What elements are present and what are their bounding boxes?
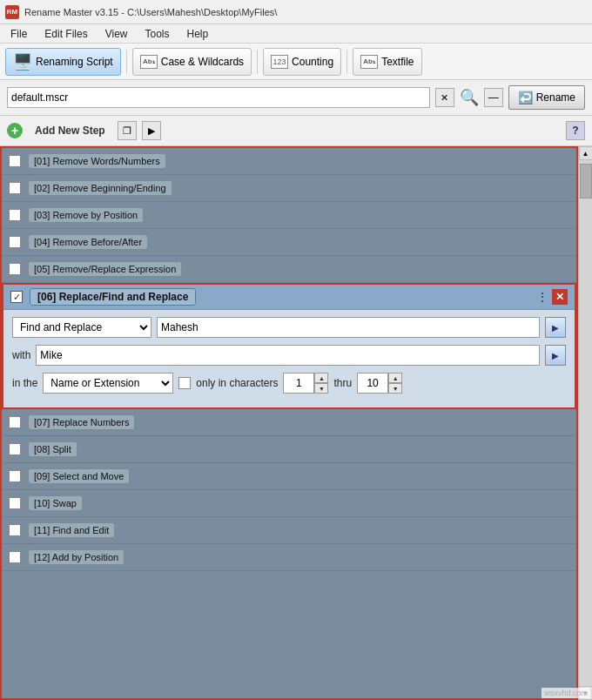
step-label-03: [03] Remove by Position <box>28 207 144 223</box>
replace-play-button[interactable]: ▶ <box>545 345 566 366</box>
step-checkbox-01[interactable] <box>9 155 21 167</box>
step-item-06[interactable]: ✓ [06] Replace/Find and Replace ⋮ ✕ Find… <box>2 283 576 409</box>
arrow-step-button[interactable]: ▶ <box>142 121 161 140</box>
step-checkbox-05[interactable] <box>9 263 21 275</box>
scroll-thumb[interactable] <box>580 164 592 199</box>
scroll-up-arrow[interactable]: ▲ <box>579 146 593 160</box>
only-chars-label: only in characters <box>196 377 278 389</box>
step-checkbox-06[interactable]: ✓ <box>10 291 23 303</box>
step-label-10: [10] Swap <box>28 495 83 511</box>
menu-file[interactable]: File <box>3 26 34 42</box>
step-item-01[interactable]: [01] Remove Words/Numbers <box>2 148 576 175</box>
in-the-label: in the <box>12 377 37 389</box>
step-btn-12: [12] Add by Position <box>28 549 124 565</box>
replace-input[interactable] <box>36 345 540 366</box>
step-label-02: [02] Remove Beginning/Ending <box>28 180 172 196</box>
step-checkbox-10[interactable] <box>9 497 21 509</box>
from-down-arrow[interactable]: ▼ <box>314 383 328 394</box>
step-btn-02: [02] Remove Beginning/Ending <box>28 180 172 196</box>
step-06-menu[interactable]: ⋮ <box>536 290 548 304</box>
step-btn-08: [08] Split <box>28 441 77 457</box>
step-item-08[interactable]: [08] Split <box>2 436 576 463</box>
toolbar-separator-2 <box>257 50 258 74</box>
step-06-close-button[interactable]: ✕ <box>552 289 568 305</box>
find-input[interactable] <box>157 317 540 338</box>
step-item-12[interactable]: [12] Add by Position <box>2 544 576 571</box>
menu-tools[interactable]: Tools <box>138 26 177 42</box>
minus-button[interactable]: — <box>484 88 503 107</box>
copy-step-button[interactable]: ❐ <box>118 121 137 140</box>
toolbar-counting[interactable]: 123 Counting <box>263 48 341 76</box>
step-checkbox-12[interactable] <box>9 551 21 563</box>
rename-button[interactable]: ↩️ Rename <box>508 85 585 110</box>
to-arrows: ▲ ▼ <box>388 373 402 394</box>
add-step-button[interactable]: Add New Step <box>28 122 112 139</box>
title-bar-text: Rename Master v3.15 - C:\Users\Mahesh\De… <box>24 7 277 17</box>
step-item-07[interactable]: [07] Replace Numbers <box>2 409 576 436</box>
menu-help[interactable]: Help <box>180 26 216 42</box>
title-bar: RM Rename Master v3.15 - C:\Users\Mahesh… <box>0 0 592 24</box>
toolbar-renaming-script-label: Renaming Script <box>36 56 113 68</box>
step-checkbox-02[interactable] <box>9 182 21 194</box>
step-checkbox-04[interactable] <box>9 236 21 248</box>
help-button[interactable]: ? <box>566 121 585 140</box>
menu-edit-files[interactable]: Edit Files <box>37 26 94 42</box>
step-item-09[interactable]: [09] Select and Move <box>2 463 576 490</box>
mode-select[interactable]: Find and Replace Replace Find <box>12 317 151 338</box>
step-checkbox-03[interactable] <box>9 209 21 221</box>
step-checkbox-09[interactable] <box>9 470 21 482</box>
from-up-arrow[interactable]: ▲ <box>314 373 328 383</box>
to-input[interactable] <box>357 373 388 394</box>
toolbar-textfile-label: Textfile <box>381 56 414 68</box>
step-06-form: Find and Replace Replace Find ▶ with ▶ i… <box>3 310 575 407</box>
to-up-arrow[interactable]: ▲ <box>388 373 402 383</box>
scrollbar[interactable]: ▲ ▼ <box>578 146 592 700</box>
step-checkbox-11[interactable] <box>9 524 21 536</box>
text-icon: Ab₁ <box>360 55 378 69</box>
steps-list: [01] Remove Words/Numbers [02] Remove Be… <box>0 146 578 700</box>
step-btn-04: [04] Remove Before/After <box>28 234 148 250</box>
step-label-09: [09] Select and Move <box>28 468 130 484</box>
to-down-arrow[interactable]: ▼ <box>388 383 402 394</box>
step-label-11: [11] Find and Edit <box>28 522 115 538</box>
step-item-02[interactable]: [02] Remove Beginning/Ending <box>2 175 576 202</box>
step-label-08: [08] Split <box>28 441 77 457</box>
only-chars-checkbox[interactable] <box>178 377 191 389</box>
step-label-04: [04] Remove Before/After <box>28 234 148 250</box>
count-icon: 123 <box>271 55 288 69</box>
rename-icon: ↩️ <box>518 91 533 104</box>
step-label-12: [12] Add by Position <box>28 549 124 565</box>
toolbar-case-wildcards[interactable]: Ab₁ Case & Wildcards <box>132 48 252 76</box>
step-label-07: [07] Replace Numbers <box>28 414 135 430</box>
app-icon: RM <box>5 5 19 19</box>
from-input[interactable] <box>283 373 314 394</box>
case-icon: Ab₁ <box>140 55 158 69</box>
step-checkbox-08[interactable] <box>9 443 21 455</box>
menu-view[interactable]: View <box>98 26 135 42</box>
toolbar-separator-3 <box>346 50 347 74</box>
step-item-04[interactable]: [04] Remove Before/After <box>2 229 576 256</box>
toolbar-case-label: Case & Wildcards <box>161 56 244 68</box>
scope-select[interactable]: Name or Extension Name Only Extension On… <box>43 373 173 394</box>
step-item-10[interactable]: [10] Swap <box>2 490 576 517</box>
toolbar-textfile[interactable]: Ab₁ Textfile <box>353 48 421 76</box>
step-item-11[interactable]: [11] Find and Edit <box>2 517 576 544</box>
with-label: with <box>12 349 30 361</box>
script-icon: 🖥️ <box>13 52 32 71</box>
step-06-header: ✓ [06] Replace/Find and Replace ⋮ ✕ <box>3 285 575 310</box>
step-06-label: [06] Replace/Find and Replace <box>30 288 196 306</box>
step-btn-10: [10] Swap <box>28 495 83 511</box>
step-item-03[interactable]: [03] Remove by Position <box>2 202 576 229</box>
thru-label: thru <box>333 377 352 389</box>
script-clear-button[interactable]: ✕ <box>435 88 454 107</box>
toolbar-renaming-script[interactable]: 🖥️ Renaming Script <box>5 48 121 76</box>
step-btn-01: [01] Remove Words/Numbers <box>28 153 166 169</box>
script-input[interactable] <box>7 87 430 108</box>
find-play-button[interactable]: ▶ <box>545 317 566 338</box>
step-checkbox-07[interactable] <box>9 416 21 428</box>
search-icon[interactable]: 🔍 <box>460 88 479 107</box>
step-item-05[interactable]: [05] Remove/Replace Expression <box>2 256 576 283</box>
form-row-1: Find and Replace Replace Find ▶ <box>12 317 566 338</box>
step-label-05: [05] Remove/Replace Expression <box>28 261 182 277</box>
step-btn-09: [09] Select and Move <box>28 468 130 484</box>
